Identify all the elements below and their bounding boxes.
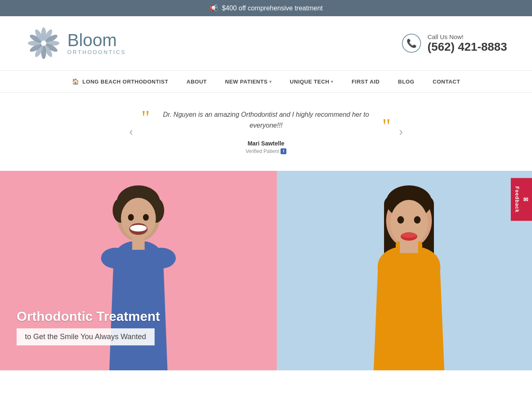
feedback-tab[interactable]: ✉ Feedback [511, 178, 532, 221]
call-label: Call Us Now! [428, 33, 507, 40]
banner-text: $400 off comprehensive treatment [222, 5, 323, 12]
svg-text:📞: 📞 [406, 38, 416, 48]
testimonial-prev-button[interactable]: ‹ [121, 125, 141, 138]
hero-subtitle: to Get the Smile You Always Wanted [25, 332, 146, 341]
testimonial-text: Dr. Nguyen is an amazing Orthodontist an… [154, 109, 378, 131]
call-text-area: Call Us Now! (562) 421-8883 [428, 33, 507, 54]
nav-item-unique-tech[interactable]: UNIQUE TECH ▾ [281, 71, 342, 92]
phone-icon: 📞 [402, 34, 421, 53]
envelope-icon: ✉ [523, 196, 529, 203]
logo-text-area: Bloom ORTHODONTICS [67, 32, 126, 55]
phone-number[interactable]: (562) 421-8883 [428, 40, 507, 54]
svg-point-21 [128, 214, 134, 221]
hero-title: Orthodontic Treatment [17, 309, 160, 324]
call-area[interactable]: 📞 Call Us Now! (562) 421-8883 [401, 33, 507, 54]
testimonial-verified: Verified Patient f [141, 148, 391, 154]
logo-brand-name: Bloom [67, 32, 126, 49]
header: Bloom ORTHODONTICS 📞 Call Us Now! (562) … [0, 16, 532, 71]
svg-point-22 [143, 214, 149, 221]
svg-point-20 [130, 225, 147, 232]
open-quote-mark: " [141, 109, 150, 126]
close-quote-mark: " [382, 118, 391, 134]
nav-item-new-patients[interactable]: NEW PATIENTS ▾ [216, 71, 281, 92]
logo-area[interactable]: Bloom ORTHODONTICS [25, 25, 126, 62]
phone-icon-wrap: 📞 [401, 33, 422, 54]
testimonial-section: ‹ " Dr. Nguyen is an amazing Orthodontis… [0, 93, 532, 171]
svg-rect-23 [132, 237, 145, 250]
nav-label-home: LONG BEACH ORTHODONTIST [82, 79, 168, 85]
megaphone-icon: 📢 [209, 5, 218, 12]
chevron-down-icon-2: ▾ [331, 79, 333, 84]
testimonial-quote-marks: " Dr. Nguyen is an amazing Orthodontist … [141, 109, 391, 134]
svg-rect-35 [400, 241, 418, 253]
hero-right-panel [277, 171, 532, 370]
home-icon: 🏠 [72, 78, 79, 85]
nav-label-blog: BLOG [398, 79, 415, 85]
testimonial-author: Mari Sawtelle [141, 140, 391, 147]
facebook-icon: f [281, 148, 286, 154]
hero-section: Orthodontic Treatment to Get the Smile Y… [0, 171, 532, 370]
nav-label-unique-tech: UNIQUE TECH [290, 79, 329, 85]
logo-tagline: ORTHODONTICS [67, 49, 126, 55]
hero-left-panel: Orthodontic Treatment to Get the Smile Y… [0, 171, 277, 370]
top-banner: 📢 $400 off comprehensive treatment [0, 0, 532, 16]
feedback-label: Feedback [514, 186, 520, 212]
svg-point-31 [401, 233, 416, 238]
logo-icon [25, 25, 62, 62]
nav-label-new-patients: NEW PATIENTS [225, 79, 268, 85]
nav-item-about[interactable]: ABOUT [177, 71, 216, 92]
chevron-down-icon: ▾ [269, 79, 272, 84]
nav-item-blog[interactable]: BLOG [389, 71, 424, 92]
verified-label: Verified Patient [246, 148, 279, 154]
woman-figure [334, 171, 484, 370]
svg-point-24 [101, 248, 130, 268]
svg-point-25 [147, 248, 176, 268]
nav-label-first-aid: FIRST AID [352, 79, 380, 85]
nav-label-about: ABOUT [187, 79, 207, 85]
nav-item-home[interactable]: 🏠 LONG BEACH ORTHODONTIST [63, 71, 177, 92]
nav-label-contact: CONTACT [433, 79, 460, 85]
testimonial-content: " Dr. Nguyen is an amazing Orthodontist … [141, 109, 391, 154]
testimonial-next-button[interactable]: › [391, 125, 411, 138]
hero-subtitle-box: to Get the Smile You Always Wanted [17, 328, 155, 345]
hero-text-overlay: Orthodontic Treatment to Get the Smile Y… [17, 309, 160, 345]
svg-point-33 [414, 216, 421, 224]
svg-point-32 [397, 216, 404, 224]
main-nav: 🏠 LONG BEACH ORTHODONTIST ABOUT NEW PATI… [0, 71, 532, 93]
nav-item-contact[interactable]: CONTACT [424, 71, 469, 92]
nav-item-first-aid[interactable]: FIRST AID [342, 71, 389, 92]
